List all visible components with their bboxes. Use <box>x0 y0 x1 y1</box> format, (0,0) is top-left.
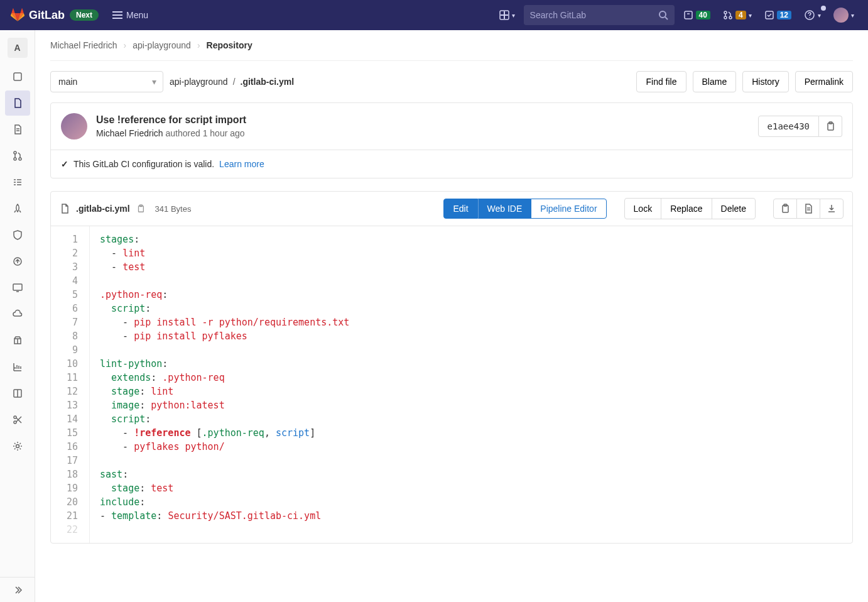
sidebar-item-ci[interactable] <box>5 170 30 195</box>
sidebar-item-security[interactable] <box>5 222 30 248</box>
project-avatar[interactable]: A <box>8 38 28 58</box>
commit-title[interactable]: Use !reference for script import <box>96 114 749 126</box>
find-file-button[interactable]: Find file <box>636 71 686 92</box>
sidebar-item-repository[interactable] <box>5 90 30 116</box>
user-menu[interactable]: ▾ <box>830 5 858 25</box>
monitor-icon <box>12 282 23 293</box>
webide-button[interactable]: Web IDE <box>478 199 532 219</box>
breadcrumb-user[interactable]: Michael Friedrich <box>50 40 117 50</box>
sidebar-item-project[interactable] <box>5 64 30 89</box>
copy-sha-button[interactable] <box>819 116 842 137</box>
commit-sha-box: e1aee430 <box>758 116 842 137</box>
commit-author-avatar[interactable] <box>61 113 87 140</box>
sidebar-item-deployments[interactable] <box>5 249 30 274</box>
help-dropdown[interactable]: ▾ <box>800 7 825 23</box>
download-icon <box>827 204 837 214</box>
issues-counter[interactable]: 40 <box>680 8 714 23</box>
svg-rect-5 <box>685 11 692 19</box>
plus-icon <box>499 10 509 20</box>
sidebar-item-infrastructure[interactable] <box>5 302 30 327</box>
sidebar-item-monitor[interactable] <box>5 275 30 300</box>
svg-point-7 <box>724 11 727 14</box>
file-icon-actions <box>773 199 844 219</box>
sidebar-item-wiki[interactable] <box>5 381 30 406</box>
sidebar-item-pipelines[interactable] <box>5 196 30 221</box>
document-icon <box>60 204 70 214</box>
path-file[interactable]: .gitlab-ci.yml <box>241 77 295 87</box>
copy-path-icon[interactable] <box>136 204 145 213</box>
menu-toggle[interactable]: Menu <box>112 10 148 20</box>
svg-point-3 <box>659 11 666 18</box>
merge-icon <box>12 150 23 161</box>
sidebar-item-settings[interactable] <box>5 434 30 459</box>
breadcrumb-sep: › <box>124 40 127 50</box>
breadcrumb-sep: › <box>197 40 200 50</box>
file-name: .gitlab-ci.yml <box>76 204 130 214</box>
raw-icon <box>803 204 813 214</box>
home-icon <box>12 71 23 82</box>
tanuki-icon <box>10 8 25 22</box>
sidebar-item-packages[interactable] <box>5 328 30 353</box>
replace-button[interactable]: Replace <box>661 198 712 219</box>
book-icon <box>12 388 23 399</box>
path-sep: / <box>233 77 236 87</box>
gitlab-logo[interactable]: GitLab <box>10 8 65 22</box>
sidebar-item-snippets[interactable] <box>5 407 30 432</box>
ci-validation: ✓ This GitLab CI configuration is valid.… <box>51 150 852 178</box>
history-button[interactable]: History <box>742 71 789 92</box>
line-numbers: 12345678910111213141516171819202122 <box>51 226 90 543</box>
svg-rect-18 <box>13 284 22 290</box>
sidebar-expand[interactable] <box>0 577 35 602</box>
delete-button[interactable]: Delete <box>712 198 756 219</box>
help-icon <box>804 9 815 21</box>
package-icon <box>12 335 23 346</box>
blame-button[interactable]: Blame <box>693 71 737 92</box>
branch-selector[interactable]: main <box>50 71 163 92</box>
file-icon <box>12 97 23 109</box>
new-dropdown[interactable]: ▾ <box>496 8 519 23</box>
raw-button[interactable] <box>796 199 820 219</box>
svg-point-21 <box>16 445 19 448</box>
svg-line-4 <box>665 17 668 19</box>
commit-sha[interactable]: e1aee430 <box>758 116 819 137</box>
mr-counter[interactable]: 4 ▾ <box>719 8 756 23</box>
mr-count: 4 <box>735 11 746 19</box>
copy-contents-button[interactable] <box>773 199 797 219</box>
search-icon <box>658 10 668 20</box>
edit-button[interactable]: Edit <box>443 199 477 219</box>
breadcrumb-project[interactable]: api-playground <box>133 40 191 50</box>
sidebar-item-issues[interactable] <box>5 117 30 142</box>
file-view: .gitlab-ci.yml 341 Bytes Edit Web IDE Pi… <box>50 191 853 544</box>
pipeline-editor-button[interactable]: Pipeline Editor <box>531 199 606 219</box>
sidebar-item-merge-requests[interactable] <box>5 143 30 168</box>
global-search[interactable] <box>524 5 675 25</box>
permalink-button[interactable]: Permalink <box>795 71 853 92</box>
lock-button[interactable]: Lock <box>624 198 662 219</box>
learn-more-link[interactable]: Learn more <box>219 159 264 169</box>
menu-label: Menu <box>126 10 148 20</box>
file-header: .gitlab-ci.yml 341 Bytes Edit Web IDE Pi… <box>51 192 852 226</box>
path-project[interactable]: api-playground <box>170 77 228 87</box>
next-badge[interactable]: Next <box>70 9 99 21</box>
edit-buttons: Edit Web IDE Pipeline Editor <box>443 199 606 219</box>
svg-point-16 <box>19 158 21 160</box>
file-path: api-playground / .gitlab-ci.yml <box>170 77 294 87</box>
clipboard-icon <box>825 121 835 131</box>
check-icon: ✓ <box>61 159 68 169</box>
search-input[interactable] <box>530 10 658 20</box>
todos-counter[interactable]: 12 <box>761 8 795 23</box>
svg-point-14 <box>14 151 16 154</box>
file-toolbar: main api-playground / .gitlab-ci.yml Fin… <box>50 71 853 92</box>
svg-rect-1 <box>501 14 508 16</box>
top-navbar: GitLab Next Menu ▾ 40 4 ▾ 12 ▾ ▾ <box>0 0 868 30</box>
svg-point-19 <box>14 416 16 419</box>
commit-author[interactable]: Michael Friedrich <box>96 128 163 138</box>
file-size: 341 Bytes <box>155 204 192 214</box>
download-button[interactable] <box>820 199 844 219</box>
project-sidebar: A <box>0 30 35 602</box>
sidebar-item-analytics[interactable] <box>5 354 30 380</box>
code-content[interactable]: stages: - lint - test .python-req: scrip… <box>90 226 852 543</box>
commit-meta: Michael Friedrich authored 1 hour ago <box>96 128 749 138</box>
svg-point-8 <box>724 16 727 19</box>
hamburger-icon <box>112 11 122 19</box>
